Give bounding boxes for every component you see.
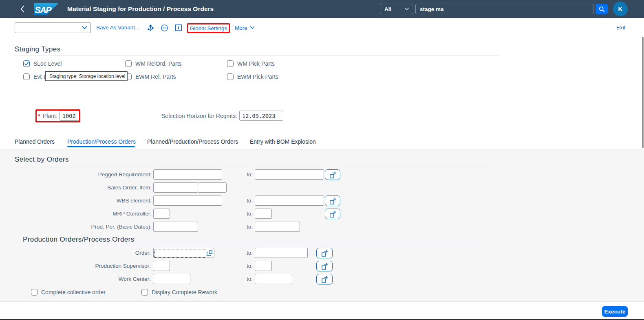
pegged-requirement-to-input[interactable] [255, 169, 324, 180]
tab-planned-orders[interactable]: Planned Orders [15, 138, 55, 145]
page-title: Material Staging for Production / Proces… [67, 0, 214, 18]
multiple-selection-icon[interactable] [325, 169, 340, 180]
checkbox-complete-collective-order[interactable]: Complete collective order [31, 289, 106, 296]
app-window: SAP Material Staging for Production / Pr… [0, 0, 644, 320]
variant-select[interactable] [15, 22, 91, 33]
selection-horizon-input[interactable]: 12.09.2023 [239, 111, 283, 121]
annotation-box-plant [35, 109, 80, 122]
checkbox-box [227, 73, 234, 80]
to-label: to: [228, 196, 253, 206]
checkbox-label: WM Pick Parts [237, 60, 275, 67]
search-icon[interactable] [595, 4, 608, 14]
vertical-scrollbar[interactable] [642, 37, 644, 148]
production-supervisor-to-input[interactable] [255, 261, 272, 271]
order-to-input[interactable] [255, 248, 308, 258]
more-button[interactable]: More [235, 18, 255, 38]
work-center-to-input[interactable] [255, 274, 292, 284]
more-label: More [235, 25, 247, 31]
shell-search-input[interactable] [415, 4, 593, 14]
global-settings-button[interactable]: Global Settings [188, 24, 229, 32]
checkbox-box [23, 73, 30, 80]
checkbox-box [23, 60, 30, 67]
value-help-icon[interactable] [206, 250, 213, 256]
tab-production-process-orders[interactable]: Production/Process Orders [67, 138, 136, 145]
search-scope-value: All [384, 6, 391, 12]
checkbox-display-complete-rework[interactable]: Display Complete Rework [141, 289, 217, 296]
prod-per-label: Prod. Per. (Basic Dates): [15, 222, 152, 232]
section-title-staging-types: Staging Types [15, 45, 61, 53]
tab-planned-production-process-orders[interactable]: Planned/Production/Process Orders [147, 138, 238, 145]
info-square-icon[interactable]: i [174, 23, 183, 33]
multiple-selection-icon[interactable] [325, 196, 340, 206]
section-title-select-by-orders: Select by Orders [15, 156, 69, 163]
multiple-selection-icon[interactable] [316, 274, 333, 284]
selection-screen-body: Select by Orders Pegged Requirement: to:… [0, 149, 644, 302]
exit-button[interactable]: Exit [616, 18, 626, 38]
variants-icon[interactable] [146, 23, 155, 33]
tooltip: Staging type: Storage location level [45, 71, 128, 81]
avatar[interactable]: K [613, 2, 628, 16]
minus-circle-icon[interactable] [159, 23, 169, 33]
annotation-box-global-settings: Global Settings [187, 23, 230, 33]
checkbox-box [125, 60, 132, 67]
work-center-from-input[interactable] [153, 274, 190, 284]
to-label: to: [228, 274, 253, 284]
execute-button[interactable]: Execute [602, 306, 628, 317]
divider [15, 55, 499, 56]
back-icon[interactable] [18, 3, 27, 15]
to-label: to: [228, 248, 253, 258]
order-label: Order: [15, 248, 151, 258]
wbs-element-to-input[interactable] [255, 196, 324, 206]
selection-horizon-label: Selection Horizon for Reqmts: [155, 113, 237, 119]
checkbox-label: EWM Pick Parts [237, 73, 278, 80]
shell-header: SAP Material Staging for Production / Pr… [0, 0, 644, 18]
checkbox-label: EWM Rel. Parts [135, 73, 176, 80]
production-supervisor-from-input[interactable] [153, 261, 170, 271]
prod-per-to-input[interactable] [255, 222, 300, 232]
svg-text:i: i [178, 24, 179, 31]
mrp-controller-from-input[interactable] [153, 209, 170, 219]
work-center-label: Work Center: [15, 274, 151, 284]
wbs-element-label: WBS element: [15, 196, 152, 206]
selection-screen-top: Staging Types SLoc Level WM RelOrd. Part… [0, 38, 644, 149]
section-title-production-orders: Production Orders/Process Orders [23, 236, 135, 243]
selection-horizon-value: 12.09.2023 [242, 113, 275, 119]
prod-per-from-input[interactable] [153, 222, 198, 232]
search-scope-select[interactable]: All [380, 4, 413, 14]
sap-logo[interactable]: SAP [34, 3, 58, 15]
checkbox-wm-relord-parts[interactable]: WM RelOrd. Parts [125, 60, 182, 67]
multiple-selection-icon[interactable] [316, 261, 333, 271]
sales-order-item-input[interactable] [198, 182, 227, 193]
sales-order-input[interactable] [153, 182, 198, 193]
multiple-selection-icon[interactable] [316, 248, 333, 258]
tooltip-text: Staging type: Storage location level [49, 73, 125, 79]
checkbox-label: WM RelOrd. Parts [135, 60, 182, 67]
multiple-selection-icon[interactable] [325, 209, 340, 219]
pegged-requirement-from-input[interactable] [153, 169, 222, 180]
footer-bar: Execute [0, 302, 644, 319]
wbs-element-from-input[interactable] [153, 196, 222, 206]
checkbox-ewm-pick-parts[interactable]: EWM Pick Parts [227, 73, 278, 80]
checkbox-ewm-rel-parts[interactable]: EWM Rel. Parts [125, 73, 176, 80]
toolbar: Save As Variant... i Global Settings Mor… [0, 18, 644, 38]
checkbox-sloc-level[interactable]: SLoc Level [23, 60, 62, 67]
checkbox-box [227, 60, 234, 67]
checkbox-box [31, 289, 37, 296]
save-as-variant-button[interactable]: Save As Variant... [96, 18, 139, 38]
mrp-controller-label: MRP Controller: [15, 209, 152, 219]
to-label: to: [228, 169, 253, 180]
pegged-requirement-label: Pegged Requirement: [15, 169, 152, 180]
focus-ring [154, 249, 206, 258]
production-supervisor-label: Production Supervisor: [15, 261, 151, 271]
order-from-input[interactable] [153, 248, 214, 258]
checkbox-label: Complete collective order [41, 289, 106, 296]
active-tab-underline [67, 146, 135, 147]
svg-text:SAP: SAP [35, 5, 52, 15]
chevron-down-icon [250, 26, 255, 29]
text-caret [156, 250, 156, 256]
tab-entry-with-bom-explosion[interactable]: Entry with BOM Explosion [250, 138, 316, 145]
checkbox-evt-driven[interactable]: Evt-D [23, 73, 48, 80]
mrp-controller-to-input[interactable] [255, 209, 272, 219]
checkbox-wm-pick-parts[interactable]: WM Pick Parts [227, 60, 275, 67]
divider [23, 246, 484, 246]
